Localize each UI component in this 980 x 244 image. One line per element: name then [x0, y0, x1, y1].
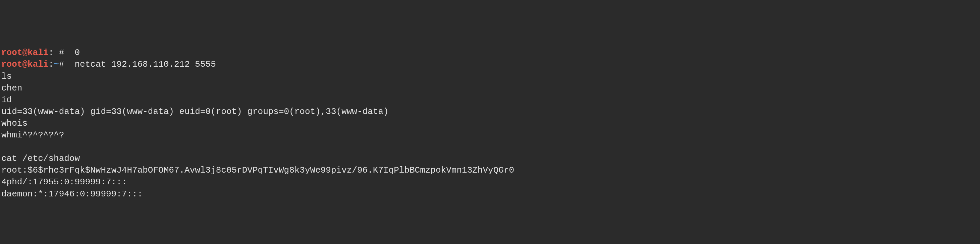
output-line: ls [2, 71, 12, 81]
prompt-user-partial: root@kali [2, 48, 48, 58]
output-line: 4phd/:17955:0:99999:7::: [2, 177, 127, 187]
output-line: whois [2, 118, 27, 128]
prompt-user: root [2, 59, 22, 70]
output-line: id [2, 95, 12, 105]
output-line: cat /etc/shadow [2, 154, 80, 163]
output-line: root:$6$rhe3rFqk$NwHzwJ4H7abOFOM67.Avwl3… [2, 165, 514, 175]
prompt-line-partial: root@kali: # 0 [2, 48, 80, 58]
command-text: netcat 192.168.110.212 5555 [64, 59, 216, 70]
output-line: daemon:*:17946:0:99999:7::: [2, 189, 143, 199]
output-line: uid=33(www-data) gid=33(www-data) euid=0… [2, 106, 389, 117]
output-line: whmi^?^?^?^? [2, 130, 64, 140]
prompt-line: root@kali:~# netcat 192.168.110.212 5555 [2, 59, 216, 70]
prompt-path: ~ [54, 59, 59, 70]
terminal-output[interactable]: root@kali: # 0 root@kali:~# netcat 192.1… [2, 47, 978, 200]
prompt-host: kali [27, 59, 48, 70]
output-line: chen [2, 83, 22, 93]
